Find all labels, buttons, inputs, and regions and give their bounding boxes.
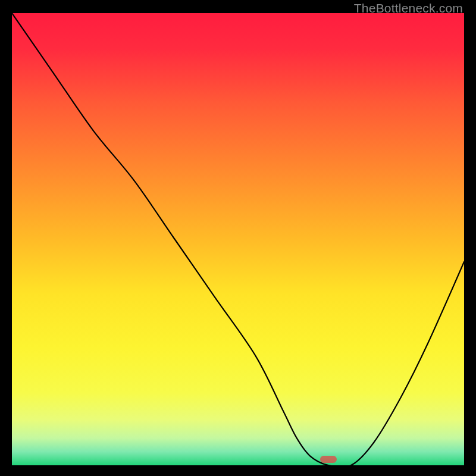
watermark-text: TheBottleneck.com <box>354 1 463 15</box>
bottleneck-chart <box>12 13 464 465</box>
optimal-point-marker <box>320 456 337 463</box>
gradient-background <box>12 13 464 465</box>
chart-frame <box>12 13 464 465</box>
